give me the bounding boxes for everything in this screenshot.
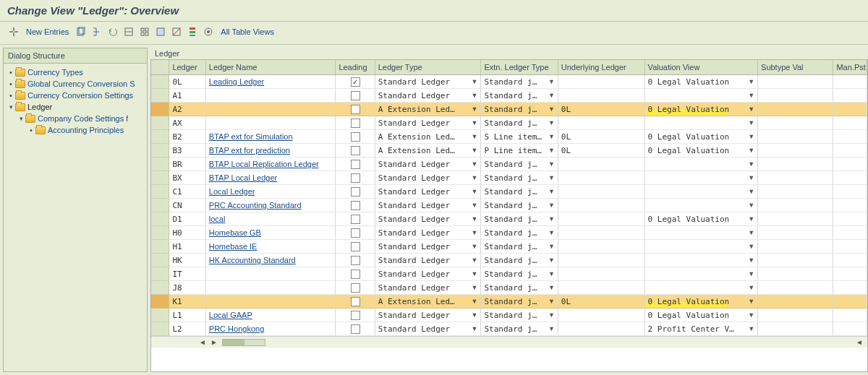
table-row[interactable]: A1Standard Ledger▼Standard j…▼▼	[151, 89, 867, 103]
cell-valuation[interactable]: ▼	[645, 116, 758, 130]
table-row[interactable]: B3BTAP ext for predictionA Extension Led…	[151, 144, 867, 158]
cell-name[interactable]	[206, 281, 336, 295]
cell-type[interactable]: A Extension Led…▼	[375, 144, 482, 158]
ledger-name-link[interactable]: Homebase GB	[209, 228, 261, 237]
cell-underlying[interactable]	[558, 309, 645, 322]
table-row[interactable]: J8Standard Ledger▼Standard j…▼▼	[151, 281, 867, 295]
row-header[interactable]	[151, 295, 169, 309]
row-header[interactable]	[151, 103, 169, 116]
row-header[interactable]	[151, 144, 169, 158]
cell-manpst[interactable]	[833, 240, 867, 254]
cell-valuation[interactable]: ▼	[645, 89, 758, 103]
cell-ext[interactable]: Standard j…▼	[481, 322, 558, 336]
cell-type[interactable]: Standard Ledger▼	[375, 171, 482, 185]
cell-name[interactable]	[206, 103, 336, 116]
toggle-icon[interactable]	[7, 25, 20, 38]
cell-type[interactable]: Standard Ledger▼	[375, 281, 482, 295]
cell-underlying[interactable]: 0L	[558, 295, 645, 309]
leading-checkbox[interactable]	[351, 256, 360, 265]
row-header[interactable]	[151, 322, 169, 336]
table-row[interactable]: HKHK Accounting StandardStandard Ledger▼…	[151, 254, 867, 267]
leading-checkbox[interactable]	[351, 132, 360, 142]
table-row[interactable]: ITStandard Ledger▼Standard j…▼▼	[151, 267, 867, 281]
ledger-name-link[interactable]: Leading Ledger	[209, 77, 264, 86]
cell-manpst[interactable]	[833, 75, 867, 89]
cell-ext[interactable]: Standard j…▼	[481, 309, 558, 322]
cell-type[interactable]: Standard Ledger▼	[375, 185, 482, 199]
ledger-name-link[interactable]: BTAP ext for Simulation	[209, 132, 293, 141]
cell-name[interactable]	[206, 89, 336, 103]
cell-underlying[interactable]: 0L	[558, 130, 645, 144]
cell-underlying[interactable]: 0L	[558, 103, 645, 116]
cell-ledger[interactable]: B3	[169, 144, 205, 158]
ledger-name-link[interactable]: Local Ledger	[209, 187, 255, 196]
cell-leading[interactable]	[336, 116, 375, 130]
select-block-icon[interactable]	[154, 25, 167, 38]
cell-valuation[interactable]: 0 Legal Valuation▼	[645, 295, 758, 309]
table-row[interactable]: H1Homebase IEStandard Ledger▼Standard j……	[151, 240, 867, 254]
cell-ledger[interactable]: D1	[169, 212, 205, 226]
col-subtype[interactable]: Subtype Val	[758, 60, 833, 74]
scroll-track[interactable]	[222, 339, 265, 346]
leading-checkbox[interactable]	[351, 215, 360, 224]
cell-underlying[interactable]	[558, 116, 645, 130]
cell-leading[interactable]	[336, 130, 375, 144]
cell-subtype[interactable]	[758, 144, 833, 158]
cell-name[interactable]	[206, 295, 336, 309]
cell-manpst[interactable]	[833, 309, 867, 322]
cell-type[interactable]: Standard Ledger▼	[375, 158, 482, 171]
col-leading[interactable]: Leading	[336, 60, 375, 74]
cell-ledger[interactable]: 0L	[169, 75, 205, 89]
cell-subtype[interactable]	[758, 158, 833, 171]
cell-leading[interactable]	[336, 158, 375, 171]
ledger-name-link[interactable]: Homebase IE	[209, 242, 258, 251]
tree-item[interactable]: ▾Company Code Settings f	[7, 113, 144, 124]
cell-valuation[interactable]: ▼	[645, 240, 758, 254]
cell-type[interactable]: Standard Ledger▼	[375, 322, 482, 336]
cell-name[interactable]: BTAP Local Replication Ledger	[206, 158, 336, 171]
cell-name[interactable]: BTAP Local Ledger	[206, 171, 336, 185]
cell-type[interactable]: A Extension Led…▼	[375, 130, 482, 144]
leading-checkbox[interactable]	[351, 242, 360, 251]
table-row[interactable]: L1Local GAAPStandard Ledger▼Standard j…▼…	[151, 309, 867, 322]
cell-leading[interactable]	[336, 199, 375, 212]
col-manpst[interactable]: Man.Pst	[833, 60, 867, 74]
leading-checkbox[interactable]	[351, 105, 360, 114]
table-row[interactable]: A2A Extension Led…▼Standard j…▼0L0 Legal…	[151, 103, 867, 116]
cell-type[interactable]: A Extension Led…▼	[375, 103, 482, 116]
row-header[interactable]	[151, 199, 169, 212]
leading-checkbox[interactable]	[351, 324, 360, 334]
cell-subtype[interactable]	[758, 171, 833, 185]
tree-item[interactable]: •Accounting Principles	[7, 124, 144, 136]
cell-leading[interactable]	[336, 103, 375, 116]
scroll-left-icon[interactable]: ◄	[199, 338, 206, 346]
cell-underlying[interactable]	[558, 254, 645, 267]
leading-checkbox[interactable]	[351, 91, 360, 100]
cell-underlying[interactable]	[558, 212, 645, 226]
cell-name[interactable]: Homebase GB	[206, 226, 336, 240]
cell-ledger[interactable]: H0	[169, 226, 205, 240]
cell-manpst[interactable]	[833, 212, 867, 226]
table-row[interactable]: CNPRC Accounting StandardStandard Ledger…	[151, 199, 867, 212]
config-icon[interactable]	[186, 25, 199, 38]
cell-valuation[interactable]: 0 Legal Valuation▼	[645, 309, 758, 322]
cell-underlying[interactable]	[558, 75, 645, 89]
cell-leading[interactable]	[336, 171, 375, 185]
cell-subtype[interactable]	[758, 89, 833, 103]
cell-manpst[interactable]	[833, 89, 867, 103]
cell-subtype[interactable]	[758, 267, 833, 281]
cell-ext[interactable]: Standard j…▼	[481, 116, 558, 130]
cell-ledger[interactable]: CN	[169, 199, 205, 212]
cell-ext[interactable]: Standard j…▼	[481, 103, 558, 116]
cell-type[interactable]: Standard Ledger▼	[375, 89, 482, 103]
cell-name[interactable]: Homebase IE	[206, 240, 336, 254]
cell-valuation[interactable]: 0 Legal Valuation▼	[645, 130, 758, 144]
row-header[interactable]	[151, 130, 169, 144]
cell-ext[interactable]: S Line item…▼	[481, 130, 558, 144]
row-header[interactable]	[151, 281, 169, 295]
cell-ledger[interactable]: AX	[169, 116, 205, 130]
leading-checkbox[interactable]	[351, 270, 360, 279]
cell-leading[interactable]	[336, 309, 375, 322]
row-header[interactable]	[151, 309, 169, 322]
cell-ext[interactable]: Standard j…▼	[481, 295, 558, 309]
